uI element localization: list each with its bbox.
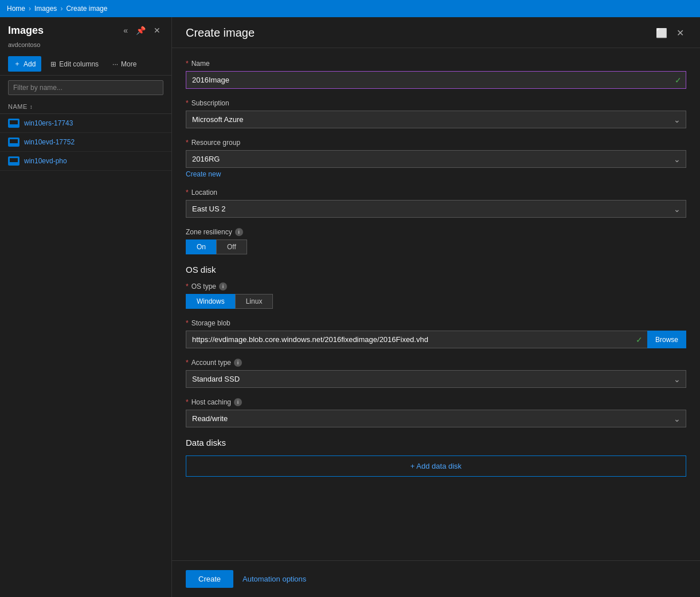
resource-group-select[interactable]: 2016RG — [186, 150, 686, 168]
vm-icon — [8, 119, 19, 128]
edit-columns-button[interactable]: ⊞ Edit columns — [46, 57, 103, 71]
more-button[interactable]: ··· More — [108, 57, 141, 71]
host-caching-info-icon[interactable]: i — [234, 398, 242, 406]
create-new-link[interactable]: Create new — [186, 170, 221, 178]
data-disks-section: Data disks + Add data disk — [186, 438, 686, 477]
list-item[interactable]: win10ers-17743 — [0, 114, 171, 133]
zone-resiliency-form-group: Zone resiliency i On Off — [186, 228, 686, 254]
os-type-label-text: OS type — [191, 282, 216, 290]
sidebar-col-header: NAME ↕ — [0, 100, 171, 114]
sidebar-controls: « 📌 ✕ — [120, 24, 163, 37]
os-type-label: * OS type i — [186, 282, 686, 290]
location-select-wrapper: East US 2 — [186, 200, 686, 218]
storage-blob-row: ✓ Browse — [186, 331, 686, 348]
zone-resiliency-info-icon[interactable]: i — [235, 228, 243, 236]
os-linux-button[interactable]: Linux — [235, 294, 273, 309]
automation-options-button[interactable]: Automation options — [243, 575, 306, 583]
zone-toggle-group: On Off — [186, 239, 686, 254]
host-caching-label-text: Host caching — [191, 398, 231, 406]
more-label: More — [121, 60, 136, 68]
svg-rect-7 — [11, 163, 16, 164]
sort-icon[interactable]: ↕ — [30, 104, 33, 110]
panel-header-controls: ⬜ ✕ — [654, 25, 686, 41]
zone-off-button[interactable]: Off — [216, 239, 247, 254]
add-data-disk-button[interactable]: + Add data disk — [186, 455, 686, 477]
sidebar-filter — [0, 76, 171, 100]
account-type-label: * Account type i — [186, 359, 686, 367]
item-name: win10evd-pho — [24, 157, 67, 165]
sidebar-title-row: Images — [8, 25, 44, 37]
account-type-select[interactable]: Standard SSD — [186, 370, 686, 388]
sep-1: › — [29, 5, 31, 13]
name-valid-icon: ✓ — [675, 76, 682, 85]
edit-columns-label: Edit columns — [59, 60, 99, 68]
account-type-info-icon[interactable]: i — [234, 359, 242, 367]
os-disk-section: OS disk * OS type i Windows Linux — [186, 265, 686, 427]
resource-group-form-group: * Resource group 2016RG Create new — [186, 139, 686, 178]
storage-blob-input-wrapper: ✓ — [186, 331, 647, 348]
filter-input[interactable] — [8, 80, 163, 95]
panel-body: * Name ✓ * Subscription Microsoft Azure — [172, 48, 700, 560]
name-input[interactable] — [186, 71, 686, 89]
location-required-star: * — [186, 188, 189, 197]
collapse-sidebar-button[interactable]: « — [120, 24, 131, 37]
breadcrumb-home[interactable]: Home — [7, 5, 25, 13]
vm-icon — [8, 138, 19, 147]
os-windows-button[interactable]: Windows — [186, 294, 235, 309]
account-type-form-group: * Account type i Standard SSD — [186, 359, 686, 388]
panel-header: Create image ⬜ ✕ — [172, 17, 700, 48]
create-button[interactable]: Create — [186, 570, 233, 588]
topbar: Home › Images › Create image — [0, 0, 700, 17]
sidebar-subtitle: avdcontoso — [0, 41, 171, 53]
host-caching-select[interactable]: Read/write — [186, 410, 686, 427]
subscription-select[interactable]: Microsoft Azure — [186, 111, 686, 128]
pin-sidebar-button[interactable]: 📌 — [133, 24, 148, 37]
storage-blob-valid-icon: ✓ — [636, 335, 643, 344]
main-layout: Images « 📌 ✕ avdcontoso ＋ Add ⊞ Edit col… — [0, 17, 700, 597]
name-input-wrapper: ✓ — [186, 71, 686, 89]
item-name: win10ers-17743 — [24, 119, 73, 127]
maximize-panel-button[interactable]: ⬜ — [654, 25, 670, 41]
resource-group-label-text: Resource group — [191, 139, 240, 147]
panel-footer: Create Automation options — [172, 560, 700, 597]
zone-resiliency-label: Zone resiliency i — [186, 228, 686, 236]
svg-rect-5 — [10, 139, 18, 143]
storage-blob-input[interactable] — [186, 331, 647, 348]
vm-icon — [8, 156, 19, 166]
sidebar: Images « 📌 ✕ avdcontoso ＋ Add ⊞ Edit col… — [0, 17, 172, 597]
storage-blob-label: * Storage blob — [186, 319, 686, 327]
os-type-info-icon[interactable]: i — [219, 282, 227, 290]
storage-blob-form-group: * Storage blob ✓ Browse — [186, 319, 686, 348]
location-label: * Location — [186, 188, 686, 197]
svg-rect-4 — [11, 144, 16, 146]
name-form-group: * Name ✓ — [186, 60, 686, 89]
browse-button[interactable]: Browse — [647, 331, 686, 348]
panel-title: Create image — [186, 26, 255, 40]
breadcrumb-images[interactable]: Images — [34, 5, 57, 13]
list-item[interactable]: win10evd-17752 — [0, 133, 171, 152]
zone-on-button[interactable]: On — [186, 239, 216, 254]
name-label: * Name — [186, 60, 686, 68]
account-type-label-text: Account type — [191, 359, 231, 367]
zone-resiliency-label-text: Zone resiliency — [186, 228, 232, 236]
storage-blob-label-text: Storage blob — [191, 319, 230, 327]
columns-icon: ⊞ — [50, 60, 56, 68]
resource-group-label: * Resource group — [186, 139, 686, 147]
add-label: Add — [24, 60, 36, 68]
close-panel-button[interactable]: ✕ — [674, 25, 686, 41]
sidebar-header: Images « 📌 ✕ — [0, 17, 171, 41]
resource-group-select-wrapper: 2016RG — [186, 150, 686, 168]
list-item[interactable]: win10evd-pho — [0, 152, 171, 171]
name-required-star: * — [186, 60, 189, 68]
svg-rect-8 — [10, 158, 18, 162]
account-type-required-star: * — [186, 359, 189, 367]
subscription-form-group: * Subscription Microsoft Azure — [186, 99, 686, 128]
name-label-text: Name — [191, 60, 210, 68]
more-icon: ··· — [112, 60, 118, 68]
close-sidebar-button[interactable]: ✕ — [151, 24, 163, 37]
host-caching-label: * Host caching i — [186, 398, 686, 406]
location-select[interactable]: East US 2 — [186, 200, 686, 218]
add-button[interactable]: ＋ Add — [8, 56, 41, 72]
rg-required-star: * — [186, 139, 189, 147]
sep-2: › — [60, 5, 62, 13]
